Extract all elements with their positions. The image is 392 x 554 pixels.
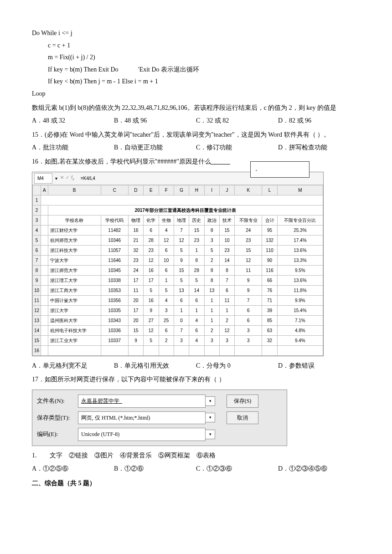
table-cell bbox=[41, 315, 48, 325]
table-cell: 1 bbox=[159, 275, 174, 285]
sheet-title: 2017年部分浙江普通高校选考科目覆盖专业统计表 bbox=[48, 205, 323, 215]
option-C: C．修订功能 bbox=[196, 142, 278, 154]
table-cell: 8 bbox=[204, 275, 219, 285]
cancel-button[interactable]: 取消 bbox=[227, 411, 258, 425]
table-cell: 3 bbox=[159, 305, 174, 315]
table-cell: 0 bbox=[174, 315, 189, 325]
table-cell: 7 bbox=[219, 275, 234, 285]
table-cell: 浙江工商大学 bbox=[48, 285, 101, 295]
table-cell: 15 bbox=[128, 325, 143, 335]
table-header-cell: 地理 bbox=[174, 215, 189, 225]
table-cell: 90 bbox=[262, 255, 277, 265]
savetype-label: 保存类型(T): bbox=[37, 412, 78, 424]
table-header-cell: 学校代码 bbox=[101, 215, 128, 225]
row-header: 8 bbox=[33, 265, 41, 275]
col-header: M bbox=[277, 185, 323, 195]
table-cell: 3 bbox=[219, 335, 234, 345]
table-cell: 2 bbox=[204, 255, 219, 265]
table-cell: 13.6% bbox=[277, 245, 323, 255]
col-header: F bbox=[159, 185, 174, 195]
encoding-input[interactable]: Unicode (UTF-8) bbox=[78, 428, 206, 441]
row-header: 7 bbox=[33, 255, 41, 265]
table-cell: 10 bbox=[219, 235, 234, 245]
q17-items: 1. 文字 ②链接 ③图片 ④背景音乐 ⑤网页框架 ⑥表格 bbox=[32, 450, 360, 462]
table-cell: 11646 bbox=[101, 255, 128, 265]
table-cell: 11.8% bbox=[277, 285, 323, 295]
table-cell: 15.4% bbox=[277, 305, 323, 315]
table-cell: 23 bbox=[128, 255, 143, 265]
table-cell: 10345 bbox=[101, 265, 128, 275]
table-cell: 5 bbox=[144, 285, 159, 295]
table-cell: 10353 bbox=[101, 285, 128, 295]
table-header-cell bbox=[41, 215, 48, 225]
row-header: 4 bbox=[33, 225, 41, 235]
table-cell: 10337 bbox=[101, 335, 128, 345]
q16-options: A．单元格列宽不足 B．单元格引用无效 C．分母为 0 D．参数错误 bbox=[32, 360, 360, 372]
table-cell: 12 bbox=[144, 255, 159, 265]
table-cell: 23 bbox=[235, 235, 262, 245]
savetype-dropdown[interactable] bbox=[205, 413, 215, 422]
col-header: B bbox=[48, 185, 101, 195]
table-cell: 12 bbox=[174, 235, 189, 245]
filename-input[interactable]: 永嘉县碧莲中学_ bbox=[78, 395, 206, 408]
col-header: H bbox=[189, 185, 204, 195]
option-B: B．自动更正功能 bbox=[114, 142, 196, 154]
table-cell: 4 bbox=[159, 295, 174, 305]
row-header: 9 bbox=[33, 275, 41, 285]
table-cell bbox=[41, 225, 48, 235]
cancel-icon: ✕ bbox=[60, 173, 64, 183]
option-A: A．48 或 32 bbox=[32, 115, 114, 127]
table-cell: 17 bbox=[144, 275, 159, 285]
table-cell bbox=[41, 255, 48, 265]
option-D: D．①②③④⑤⑥ bbox=[278, 463, 360, 475]
option-B: B．48 或 96 bbox=[114, 115, 196, 127]
table-cell: 14 bbox=[219, 255, 234, 265]
table-cell: 23 bbox=[144, 245, 159, 255]
col-header: K bbox=[235, 185, 262, 195]
table-cell: 23 bbox=[189, 235, 204, 245]
col-header: L bbox=[262, 185, 277, 195]
table-header-cell: 化学 bbox=[144, 215, 159, 225]
table-cell: 4 bbox=[159, 225, 174, 235]
table-cell: 15 bbox=[235, 245, 262, 255]
table-cell: 6 bbox=[189, 295, 204, 305]
table-cell: 6 bbox=[159, 245, 174, 255]
table-cell: 11 bbox=[235, 265, 262, 275]
code-comment: 'Exit Do 表示退出循环 bbox=[120, 66, 199, 73]
filename-dropdown[interactable] bbox=[205, 396, 215, 406]
table-cell: 10346 bbox=[101, 235, 128, 245]
table-cell: 6 bbox=[219, 285, 234, 295]
option-D: D．82 或 96 bbox=[278, 115, 360, 127]
table-cell: 6 bbox=[159, 265, 174, 275]
table-cell: 13.3% bbox=[277, 255, 323, 265]
col-header: D bbox=[128, 185, 143, 195]
table-header-cell: 技术 bbox=[219, 215, 234, 225]
save-button[interactable]: 保存(S) bbox=[227, 395, 258, 408]
table-cell: 7 bbox=[174, 225, 189, 235]
table-cell: 15 bbox=[219, 225, 234, 235]
table-cell: 2 bbox=[204, 325, 219, 335]
table-cell: 9.5% bbox=[277, 265, 323, 275]
table-cell: 9 bbox=[235, 275, 262, 285]
table-cell bbox=[235, 345, 262, 355]
table-cell bbox=[262, 345, 277, 355]
table-header-cell: 生物 bbox=[159, 215, 174, 225]
row-header: 6 bbox=[33, 245, 41, 255]
table-cell: 浙江科技大学 bbox=[48, 245, 101, 255]
filename-label: 文件名(N): bbox=[37, 395, 78, 407]
savetype-input[interactable]: 网页, 仅 HTML (*.htm;*.html) bbox=[78, 411, 206, 425]
table-cell: 5 bbox=[204, 245, 219, 255]
table-cell: 16 bbox=[128, 225, 143, 235]
table-cell: 27 bbox=[144, 315, 159, 325]
table-cell: 宁波大学 bbox=[48, 255, 101, 265]
table-cell bbox=[159, 345, 174, 355]
table-cell: 24 bbox=[128, 265, 143, 275]
table-cell: 10335 bbox=[101, 305, 128, 315]
table-cell bbox=[144, 345, 159, 355]
table-cell: 5 bbox=[174, 245, 189, 255]
option-D: D．拼写检查功能 bbox=[278, 142, 360, 154]
encoding-dropdown[interactable] bbox=[205, 430, 215, 439]
q16-stem: 16．如图,若在某次修改后，学校代码列显示"######"原因是什么 bbox=[32, 156, 360, 168]
option-A: A．①②⑤⑥ bbox=[32, 463, 114, 475]
table-cell: 6 bbox=[189, 325, 204, 335]
